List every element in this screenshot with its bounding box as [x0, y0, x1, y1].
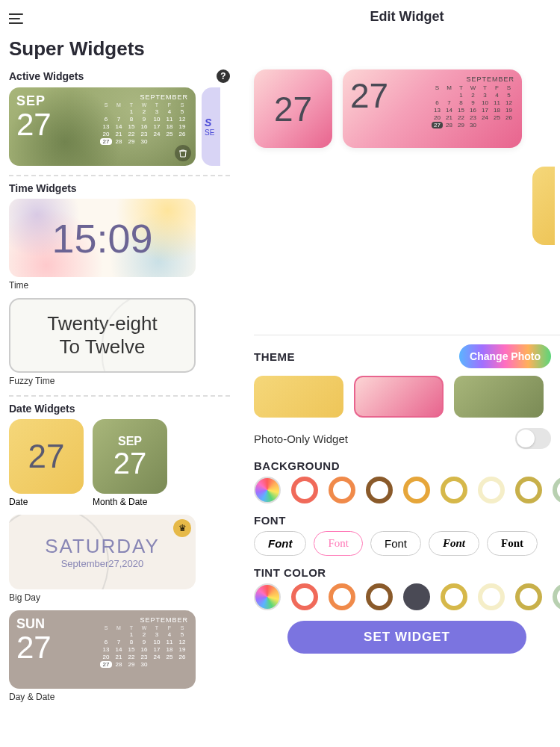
theme-swatch-yellow[interactable]: [254, 376, 343, 418]
preview-wide-num: 27: [350, 75, 388, 142]
color-swatch[interactable]: [366, 477, 393, 503]
preview-small-widget[interactable]: 27: [254, 69, 332, 148]
daydate-label: Day & Date: [9, 692, 230, 702]
monthdate-widget-card[interactable]: SEP 27: [93, 419, 167, 494]
active-widget-card[interactable]: SEP 27 SEPTEMBER SMTWTFS1234567891011121…: [9, 87, 196, 166]
monthdate-num: 27: [113, 448, 147, 478]
change-photo-button[interactable]: Change Photo: [459, 344, 551, 368]
bigday-label: Big Day: [9, 592, 230, 603]
photo-only-switch[interactable]: [515, 428, 551, 449]
theme-swatch-green[interactable]: [454, 376, 544, 418]
font-label: FONT: [254, 514, 560, 527]
color-swatch[interactable]: [291, 583, 318, 610]
menu-icon[interactable]: [9, 9, 24, 28]
date-label: Date: [9, 497, 84, 507]
divider: [9, 395, 230, 397]
font-option[interactable]: Font: [370, 531, 421, 556]
bigday-widget-card[interactable]: ♛ SATURDAY September27,2020: [9, 515, 196, 589]
preview-cal-grid: SMTWTFS123456789101112131415161718192021…: [432, 84, 514, 128]
bigday-date: September27,2020: [61, 558, 144, 569]
date-widget-card[interactable]: 27: [9, 419, 84, 494]
background-label: BACKGROUND: [254, 459, 560, 472]
tint-label: TINT COLOR: [254, 566, 560, 579]
edit-widget-title: Edit Widget: [254, 9, 560, 25]
color-swatch[interactable]: [478, 583, 505, 610]
preview-small-num: 27: [274, 89, 312, 129]
color-swatch[interactable]: [515, 583, 542, 610]
background-color-row: [254, 477, 560, 503]
daydate-num: 27: [16, 632, 52, 663]
date-num: 27: [28, 438, 65, 475]
section-date-widgets: Date Widgets: [9, 403, 75, 415]
section-active-widgets: Active Widgets: [9, 70, 84, 82]
theme-label: THEME: [254, 350, 295, 363]
theme-swatch-pink[interactable]: [354, 376, 444, 418]
font-option[interactable]: Font: [429, 531, 479, 556]
color-swatch[interactable]: [553, 583, 560, 610]
widget-day: 27: [16, 109, 52, 140]
color-swatch[interactable]: [254, 477, 281, 503]
font-option[interactable]: Font: [254, 531, 306, 556]
color-swatch[interactable]: [403, 477, 430, 503]
daydate-cal-grid: SMTWTFS123456789101112131415161718192021…: [100, 625, 188, 668]
daydate-cal-title: SEPTEMBER: [100, 616, 188, 624]
time-label: Time: [9, 280, 230, 291]
preview-peek-widget[interactable]: [532, 167, 555, 245]
color-swatch[interactable]: [553, 477, 560, 503]
help-icon[interactable]: ?: [217, 69, 230, 83]
font-option[interactable]: Font: [314, 531, 363, 556]
time-widget-card[interactable]: 15:09: [9, 199, 196, 277]
photo-only-label: Photo-Only Widget: [254, 433, 348, 445]
color-swatch[interactable]: [366, 583, 393, 610]
color-swatch[interactable]: [291, 477, 318, 503]
font-option[interactable]: Font: [487, 531, 538, 556]
color-swatch[interactable]: [441, 477, 467, 503]
trash-icon[interactable]: [175, 145, 191, 161]
monthdate-label: Month & Date: [93, 497, 167, 507]
color-swatch[interactable]: [403, 583, 430, 610]
set-widget-button[interactable]: SET WIDGET: [287, 621, 526, 654]
color-swatch[interactable]: [254, 583, 281, 610]
color-swatch[interactable]: [441, 583, 467, 610]
daydate-widget-card[interactable]: SUN 27 SEPTEMBER SMTWTFS1234567891011121…: [9, 610, 196, 689]
crown-icon: ♛: [173, 519, 191, 537]
time-value: 15:09: [52, 215, 152, 261]
color-swatch[interactable]: [329, 477, 355, 503]
tint-color-row: [254, 583, 560, 610]
divider: [9, 175, 230, 176]
fuzzy-line1: Twenty-eight: [47, 312, 157, 335]
widget-cal-grid: SMTWTFS123456789101112131415161718192021…: [100, 102, 188, 145]
divider: [254, 335, 560, 335]
fuzzy-label: Fuzzy Time: [9, 376, 230, 386]
section-time-widgets: Time Widgets: [9, 182, 77, 194]
widget-cal-title: SEPTEMBER: [100, 93, 188, 101]
fuzzy-line2: To Twelve: [59, 335, 145, 359]
bigday-dow: SATURDAY: [45, 535, 160, 558]
color-swatch[interactable]: [515, 477, 542, 503]
fuzzy-time-card[interactable]: Twenty-eight To Twelve: [9, 298, 196, 373]
color-swatch[interactable]: [478, 477, 505, 503]
color-swatch[interactable]: [329, 583, 355, 610]
preview-wide-widget[interactable]: 27 SEPTEMBER SMTWTFS12345678910111213141…: [343, 69, 522, 148]
font-row: FontFontFontFontFont: [254, 531, 560, 556]
peek-widget[interactable]: S SE: [202, 87, 220, 166]
page-title: Super Widgets: [9, 37, 230, 61]
preview-cal-title: SEPTEMBER: [432, 75, 514, 83]
